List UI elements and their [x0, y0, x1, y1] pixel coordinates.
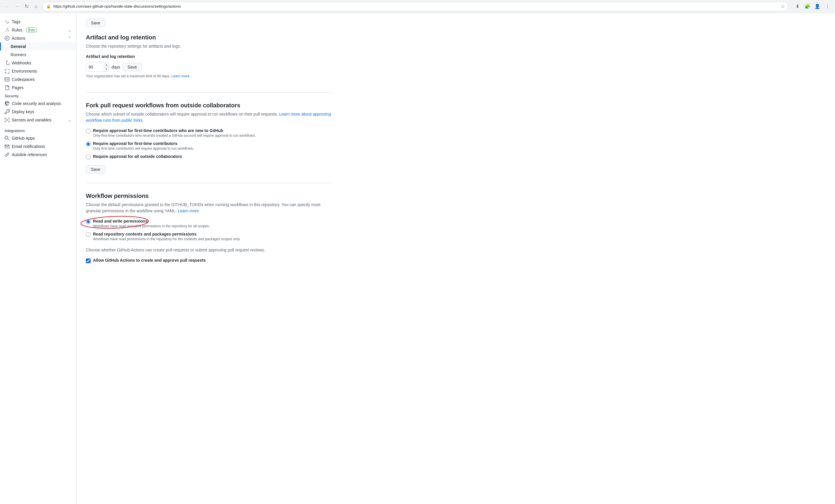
sidebar-item-codespaces[interactable]: Codespaces — [0, 75, 76, 84]
back-button[interactable]: ← — [3, 2, 12, 10]
radio-rw-label[interactable]: Read and write permissions — [93, 219, 148, 224]
sidebar-item-pages[interactable]: Pages — [0, 84, 76, 92]
rules-chevron: ⌄ — [68, 28, 72, 32]
workflow-radio-group: Read and write permissions Workflows hav… — [86, 219, 332, 241]
fork-description: Choose which subset of outside collabora… — [86, 111, 332, 124]
allow-pr-checkbox[interactable] — [86, 258, 90, 263]
integrations-section: Integrations GitHub Apps Email notificat… — [0, 126, 76, 159]
extensions-icon[interactable]: 🧩 — [803, 2, 812, 10]
days-increment[interactable]: ▲ — [104, 63, 109, 67]
radio-ro-content: Read repository contents and packages pe… — [93, 232, 240, 241]
email-notifications-label: Email notifications — [12, 144, 45, 149]
radio-read-write[interactable] — [86, 219, 90, 224]
sidebar-item-environments[interactable]: Environments — [0, 67, 76, 75]
sidebar-item-rules[interactable]: Rules Beta ⌄ — [0, 26, 76, 34]
fork-radio-group: Require approval for first-time contribu… — [86, 128, 332, 160]
url-text: https://github.com/aws-github-ops/handle… — [53, 4, 778, 8]
beta-badge: Beta — [26, 28, 37, 32]
workflow-learn-more[interactable]: Learn more. — [178, 209, 200, 213]
top-save-area: Save — [86, 19, 332, 27]
radio-first-desc: Only first-time contributors will requir… — [93, 146, 194, 150]
browser-chrome: ← → ↻ ⌂ 🔒 https://github.com/aws-github-… — [0, 0, 835, 13]
fork-section-title: Fork pull request workflows from outside… — [86, 102, 332, 109]
artifact-section-title: Artifact and log retention — [86, 34, 332, 41]
workflow-pr-description: Choose whether GitHub Actions can create… — [86, 247, 332, 253]
top-save-button[interactable]: Save — [86, 19, 105, 27]
radio-rw-desc: Workflows have read and write permission… — [93, 224, 210, 228]
forward-button[interactable]: → — [13, 2, 21, 10]
artifact-learn-more[interactable]: Learn more. — [171, 74, 190, 78]
pages-icon — [5, 85, 9, 90]
spinner-buttons: ▲ ▼ — [104, 63, 109, 71]
runners-label: Runners — [11, 52, 26, 57]
reload-button[interactable]: ↻ — [22, 2, 30, 10]
radio-first-label[interactable]: Require approval for first-time contribu… — [93, 141, 178, 146]
radio-option-first: Require approval for first-time contribu… — [86, 141, 332, 150]
actions-label: Actions — [12, 36, 25, 41]
link-icon — [5, 152, 9, 157]
sidebar-item-secrets[interactable]: Secrets and variables ⌄ — [0, 116, 76, 124]
download-icon[interactable]: ⬇ — [793, 2, 801, 10]
radio-first-time[interactable] — [86, 142, 90, 146]
profile-icon[interactable]: 👤 — [813, 2, 821, 10]
github-apps-label: GitHub Apps — [12, 136, 35, 141]
key-icon — [5, 109, 9, 114]
radio-option-read-write: Read and write permissions Workflows hav… — [86, 219, 332, 228]
shield-icon — [5, 101, 9, 106]
fork-save-button[interactable]: Save — [86, 165, 105, 173]
artifact-learn-more-label: Learn more. — [171, 74, 190, 78]
days-input[interactable] — [86, 63, 104, 71]
secret-icon — [5, 118, 9, 122]
sidebar-item-github-apps[interactable]: GitHub Apps — [0, 134, 76, 142]
codespaces-icon — [5, 77, 9, 82]
main-content: Save Artifact and log retention Choose t… — [77, 13, 341, 504]
workflow-description: Choose the default permissions granted t… — [86, 202, 332, 214]
fork-save-label: Save — [91, 167, 100, 172]
radio-read-only[interactable] — [86, 232, 90, 237]
apps-icon — [5, 136, 9, 141]
artifact-save-label: Save — [128, 65, 137, 69]
deploy-keys-label: Deploy keys — [12, 109, 34, 114]
sidebar-item-deploy-keys[interactable]: Deploy keys — [0, 108, 76, 116]
workflow-section: Workflow permissions Choose the default … — [86, 193, 332, 273]
top-save-label: Save — [91, 21, 100, 25]
home-button[interactable]: ⌂ — [32, 2, 40, 10]
sidebar-item-email-notifications[interactable]: Email notifications — [0, 142, 76, 150]
sidebar-item-general[interactable]: General — [0, 42, 76, 50]
radio-new-label[interactable]: Require approval for first-time contribu… — [93, 128, 223, 133]
radio-all-content: Require approval for all outside collabo… — [93, 154, 182, 159]
sidebar-item-autolink[interactable]: Autolink references — [0, 150, 76, 159]
actions-chevron: ⌃ — [68, 36, 72, 41]
security-section-label: Security — [0, 92, 76, 99]
sidebar-item-webhooks[interactable]: Webhooks — [0, 59, 76, 67]
sidebar-item-tags[interactable]: Tags — [0, 18, 76, 26]
address-bar[interactable]: 🔒 https://github.com/aws-github-ops/hand… — [42, 2, 789, 11]
pages-label: Pages — [12, 85, 23, 90]
mail-icon — [5, 144, 9, 149]
radio-ro-label[interactable]: Read repository contents and packages pe… — [93, 232, 197, 236]
radio-ro-desc: Workflows have read permissions in the r… — [93, 237, 240, 241]
radio-all-label[interactable]: Require approval for all outside collabo… — [93, 154, 182, 159]
radio-new-content: Require approval for first-time contribu… — [93, 128, 256, 138]
allow-pr-label[interactable]: Allow GitHub Actions to create and appro… — [93, 258, 206, 262]
menu-icon[interactable]: ⋮ — [823, 2, 832, 10]
integrations-section-label: Integrations — [0, 126, 76, 134]
workflow-checkbox-option: Allow GitHub Actions to create and appro… — [86, 258, 332, 263]
environments-label: Environments — [12, 69, 37, 74]
sidebar-item-code-security[interactable]: Code security and analysis — [0, 99, 76, 108]
artifact-save-button[interactable]: Save — [123, 63, 142, 71]
security-section: Security Code security and analysis Depl… — [0, 92, 76, 124]
nav-buttons: ← → ↻ ⌂ — [3, 2, 40, 10]
sidebar-item-actions[interactable]: Actions ⌃ — [0, 34, 76, 42]
tags-label: Tags — [12, 19, 21, 24]
tag-icon — [5, 19, 9, 24]
days-decrement[interactable]: ▼ — [104, 67, 109, 72]
radio-new-contributors[interactable] — [86, 129, 90, 133]
fork-section: Fork pull request workflows from outside… — [86, 102, 332, 183]
retention-row: ▲ ▼ days Save — [86, 62, 332, 72]
sidebar-item-runners[interactable]: Runners — [0, 50, 76, 59]
radio-all-outside[interactable] — [86, 155, 90, 160]
sidebar: Tags Rules Beta ⌄ Actions ⌃ Ge — [0, 13, 77, 504]
rule-icon — [5, 28, 9, 32]
autolink-label: Autolink references — [12, 152, 47, 157]
